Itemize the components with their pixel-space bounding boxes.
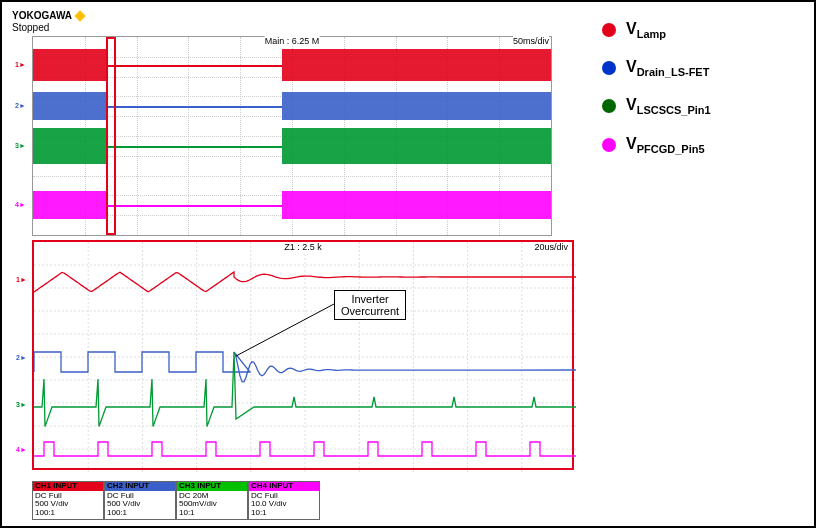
main-plot: Main : 6.25 M 50ms/div 1►2►3►4► [32,36,552,236]
zoom-waveforms [34,242,576,472]
legend-dot-icon [602,23,616,37]
channel-info: CH3 INPUTDC 20M500mV/div10:1 [176,481,248,520]
legend-dot-icon [602,61,616,75]
channel-info-row: CH1 INPUTDC Full500 V/div100:1CH2 INPUTD… [32,481,320,520]
channel-info: CH1 INPUTDC Full500 V/div100:1 [32,481,104,520]
channel-info-body: DC Full500 V/div100:1 [105,491,175,519]
legend-item: VLSCSCS_Pin1 [602,96,802,116]
acquisition-status: Stopped [12,22,49,33]
channel-info-header: CH4 INPUT [249,482,319,491]
brand-diamond-icon [75,11,86,22]
legend-dot-icon [602,99,616,113]
brand-label: YOKOGAWA [12,10,84,21]
legend: VLampVDrain_LS-FETVLSCSCS_Pin1VPFCGD_Pin… [602,20,802,173]
legend-item: VLamp [602,20,802,40]
legend-dot-icon [602,138,616,152]
channel-info-header: CH1 INPUT [33,482,103,491]
channel-info-header: CH3 INPUT [177,482,247,491]
channel-info-body: DC 20M500mV/div10:1 [177,491,247,519]
zoom-selection[interactable] [106,37,116,235]
channel-info: CH4 INPUTDC Full10.0 V/div10:1 [248,481,320,520]
zoom-timebase-label: 20us/div [534,242,568,252]
main-timebase-label: 50ms/div [513,36,549,46]
brand-text: YOKOGAWA [12,10,72,21]
annotation-line2: Overcurrent [341,305,399,317]
annotation-line1: Inverter [341,293,399,305]
main-record-label: Main : 6.25 M [265,36,320,46]
legend-item: VPFCGD_Pin5 [602,135,802,155]
zoom-record-label: Z1 : 2.5 k [284,242,322,252]
legend-label: VPFCGD_Pin5 [626,135,705,155]
legend-label: VLamp [626,20,666,40]
legend-item: VDrain_LS-FET [602,58,802,78]
channel-info: CH2 INPUTDC Full500 V/div100:1 [104,481,176,520]
channel-info-header: CH2 INPUT [105,482,175,491]
legend-label: VDrain_LS-FET [626,58,709,78]
oscilloscope-area: YOKOGAWA Stopped Main : 6.25 M 50ms/div … [12,10,582,520]
overcurrent-annotation: Inverter Overcurrent [334,290,406,320]
channel-info-body: DC Full10.0 V/div10:1 [249,491,319,519]
channel-info-body: DC Full500 V/div100:1 [33,491,103,519]
zoom-plot: Z1 : 2.5 k 20us/div Inverter Overcurrent… [32,240,574,470]
legend-label: VLSCSCS_Pin1 [626,96,711,116]
